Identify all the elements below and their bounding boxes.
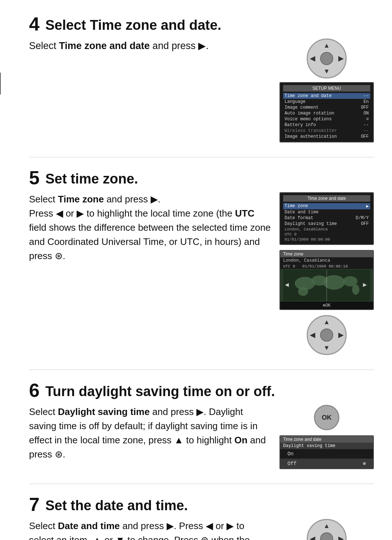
world-map-svg: ◀ ▶	[283, 270, 370, 301]
section-6-header: 6 Turn daylight saving time on or off.	[29, 381, 374, 400]
dpad-circle-5: ▲ ▼ ◀ ▶	[307, 315, 347, 355]
step-5-title: Set time zone.	[45, 168, 138, 187]
step-7-title: Set the date and time.	[45, 495, 188, 514]
setup-menu-panel: SETUP MENU Time zone and date-- Language…	[279, 82, 374, 142]
section-5-body: Select Time zone and press ▶. Press ◀ or…	[29, 192, 374, 355]
dpad-circle-7: ▲ ▼ ◀ ▶	[307, 519, 347, 540]
dst-ok-symbol: ⊛	[363, 460, 366, 467]
dpad-left-4: ◀	[310, 55, 315, 63]
tz-map-area: ◀ ▶	[280, 269, 373, 302]
bookmark-tab	[0, 73, 1, 94]
menu-row-lang: LanguageEn	[283, 99, 370, 105]
dpad-center-4	[320, 52, 333, 65]
dpad-7: ▲ ▼ ◀ ▶	[307, 519, 347, 540]
tz-row-datetime: Date and time	[283, 209, 370, 215]
svg-point-6	[298, 287, 308, 296]
menu-row-battery: Battery info--	[283, 122, 370, 128]
svg-text:◀: ◀	[285, 282, 289, 287]
tz-date-title: Time zone and date	[283, 195, 370, 202]
page: 4 Select Time zone and date. Select Time…	[0, 0, 392, 540]
setup-menu-title: SETUP MENU	[283, 85, 370, 92]
tz-row-utc: UTC 0	[283, 232, 370, 237]
dpad-up-5: ▲	[323, 318, 330, 326]
dpad-5: ▲ ▼ ◀ ▶	[307, 315, 347, 355]
dpad-left-5: ◀	[310, 331, 315, 339]
dpad-down-4: ▼	[323, 68, 330, 75]
menu-row-wireless: Wireless transmitter--	[283, 128, 370, 134]
divider-5-6	[29, 370, 374, 370]
section-5-header: 5 Set time zone.	[29, 168, 374, 187]
step-4-text: Select Time zone and date and press ▶.	[29, 39, 269, 53]
section-4-image: ▲ ▼ ◀ ▶ SETUP MENU Time zone and date-- …	[279, 39, 374, 142]
section-7-header: 7 Set the date and time.	[29, 495, 374, 514]
dpad-right-7: ▶	[338, 535, 343, 540]
step-5-text: Select Time zone and press ▶. Press ◀ or…	[29, 192, 272, 355]
dst-panel-title: Time zone and date	[280, 436, 373, 443]
tz-row-location: London, Casablanca	[283, 227, 370, 232]
step-7-number: 7	[29, 495, 40, 514]
menu-row-rotation: Auto image rotationON	[283, 110, 370, 116]
dpad-center-7	[320, 532, 333, 540]
svg-point-5	[352, 285, 359, 295]
tz-row-date-val: 01/01/2009 00:00:00	[283, 237, 370, 242]
step-5-number: 5	[29, 168, 40, 187]
tz-map-panel: Time zone London, Casablanca UTC 0 01/01…	[279, 250, 374, 310]
section-5: 5 Set time zone. Select Time zone and pr…	[29, 168, 374, 355]
menu-row-tz: Time zone and date--	[283, 93, 370, 99]
step-6-number: 6	[29, 381, 40, 400]
section-7-body: Select Date and time and press ▶. Press …	[29, 519, 374, 540]
dpad-down-5: ▼	[323, 344, 330, 352]
section-7-image: ▲ ▼ ◀ ▶ Time zone and date Date and time…	[279, 519, 374, 540]
tz-map-ok: ⊛OK	[280, 302, 373, 309]
step-6-title: Turn daylight saving time on or off.	[45, 381, 275, 400]
section-4-body: Select Time zone and date and press ▶. ▲…	[29, 39, 374, 142]
dpad-4: ▲ ▼ ◀ ▶	[307, 39, 347, 78]
svg-text:▶: ▶	[363, 282, 367, 287]
menu-row-comment: Image commentOFF	[283, 105, 370, 110]
step-7-text: Select Date and time and press ▶. Press …	[29, 519, 269, 540]
dpad-up-4: ▲	[323, 42, 330, 49]
dpad-up-7: ▲	[323, 522, 330, 530]
section-6-right: OK Time zone and date Daylight saving ti…	[279, 405, 374, 469]
dpad-center-5	[320, 329, 333, 342]
menu-row-voice: Voice memo options≡	[283, 116, 370, 122]
dst-on-label: On	[287, 451, 294, 457]
tz-row-timezone: Time zone▶	[283, 203, 370, 209]
menu-row-auth: Image authenticationOFF	[283, 134, 370, 140]
tz-map-utc: UTC 0 01/01/2009 00:00:10	[280, 264, 373, 269]
ok-button-6: OK	[314, 405, 339, 430]
tz-date-panel: Time zone and date Time zone▶ Date and t…	[279, 192, 374, 245]
dst-on-row: On	[280, 449, 373, 459]
dst-off-row: Off ⊛	[280, 459, 373, 468]
section-4: 4 Select Time zone and date. Select Time…	[29, 15, 374, 142]
tz-row-dst: Daylight saving timeOFF	[283, 221, 370, 227]
section-6: 6 Turn daylight saving time on or off. S…	[29, 381, 374, 469]
section-7: 7 Set the date and time. Select Date and…	[29, 495, 374, 540]
tz-map-location: London, Casablanca	[280, 257, 373, 264]
svg-point-3	[323, 275, 345, 290]
divider-4-5	[29, 157, 374, 157]
dst-panel: Time zone and date Daylight saving time …	[279, 435, 374, 469]
dpad-right-4: ▶	[338, 55, 343, 63]
dpad-left-7: ◀	[310, 535, 315, 540]
section-6-body: Select Daylight saving time and press ▶.…	[29, 405, 374, 469]
section-5-right: Time zone and date Time zone▶ Date and t…	[279, 192, 374, 355]
divider-6-7	[29, 484, 374, 484]
dst-off-label: Off	[287, 461, 297, 467]
dpad-circle-4: ▲ ▼ ◀ ▶	[307, 39, 347, 78]
tz-map-title: Time zone	[280, 251, 373, 257]
step-4-title: Select Time zone and date.	[45, 15, 221, 33]
dpad-right-5: ▶	[338, 331, 343, 339]
dst-subtitle: Daylight saving time	[280, 443, 373, 449]
tz-row-format: Date formatD/M/Y	[283, 215, 370, 221]
section-4-header: 4 Select Time zone and date.	[29, 15, 374, 33]
step-4-number: 4	[29, 15, 40, 33]
step-6-text: Select Daylight saving time and press ▶.…	[29, 405, 272, 462]
